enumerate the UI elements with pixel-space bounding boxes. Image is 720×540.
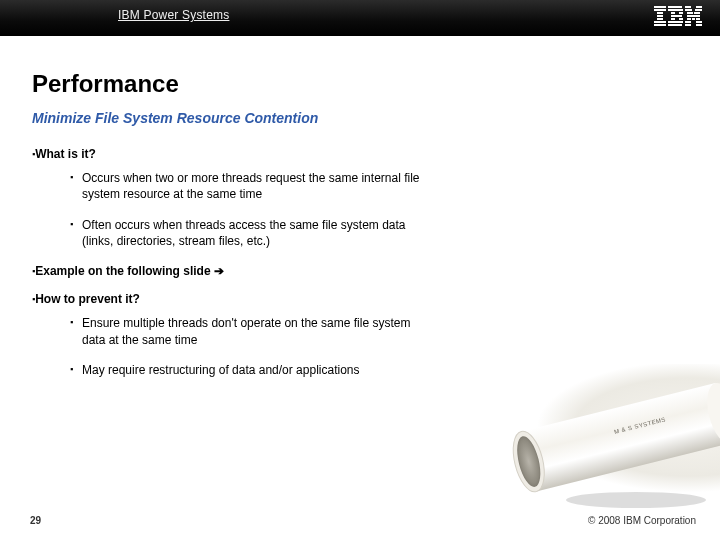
svg-point-35 [566,492,706,508]
list-item: Occurs when two or more threads request … [70,170,430,202]
section-heading-text: Example on the following slide [35,264,214,278]
svg-rect-13 [679,18,683,20]
svg-rect-14 [668,21,683,23]
svg-rect-21 [694,12,700,14]
section-how-to-prevent: How to prevent it? Ensure multiple threa… [32,291,552,378]
section-heading: What is it? [32,146,552,162]
svg-rect-5 [654,21,666,23]
svg-rect-1 [654,9,666,11]
topbar-background [0,0,720,36]
section-what-is-it: What is it? Occurs when two or more thre… [32,146,552,249]
slide-body: What is it? Occurs when two or more thre… [32,146,552,392]
svg-rect-0 [654,6,666,8]
svg-rect-22 [687,15,700,17]
copyright: © 2008 IBM Corporation [588,515,696,526]
page-number: 29 [30,515,41,526]
svg-rect-15 [668,24,682,26]
svg-rect-11 [671,15,682,17]
svg-rect-26 [685,21,691,23]
svg-rect-6 [654,24,666,26]
svg-rect-27 [696,21,702,23]
section-example: Example on the following slide ➔ [32,263,552,279]
brand-label: IBM Power Systems [118,8,229,22]
svg-rect-8 [668,9,683,11]
svg-rect-28 [685,24,691,26]
bullet-list: Ensure multiple threads don't operate on… [70,315,552,378]
svg-rect-29 [696,24,702,26]
pipe-image: M & S SYSTEMS [510,364,720,504]
svg-rect-2 [657,12,663,14]
svg-rect-3 [657,15,663,17]
svg-rect-30 [521,383,720,492]
svg-rect-10 [679,12,683,14]
svg-rect-17 [696,6,702,8]
ibm-logo [654,6,702,26]
slide: IBM Power Systems [0,0,720,540]
bullet-list: Occurs when two or more threads request … [70,170,552,249]
svg-rect-23 [687,18,691,20]
svg-rect-16 [685,6,691,8]
arrow-icon: ➔ [214,264,224,278]
svg-rect-7 [668,6,682,8]
svg-rect-24 [692,18,695,20]
list-item: Often occurs when threads access the sam… [70,217,430,249]
svg-rect-18 [685,9,692,11]
svg-rect-9 [671,12,675,14]
list-item: May require restructuring of data and/or… [70,362,490,378]
list-item: Ensure multiple threads don't operate on… [70,315,430,347]
topbar: IBM Power Systems [0,0,720,36]
section-heading: Example on the following slide ➔ [32,264,224,278]
slide-subtitle: Minimize File System Resource Contention [32,110,318,126]
svg-rect-19 [695,9,702,11]
svg-rect-4 [657,18,663,20]
section-heading: How to prevent it? [32,291,552,307]
svg-rect-25 [696,18,700,20]
svg-rect-20 [687,12,693,14]
svg-rect-12 [671,18,675,20]
slide-title: Performance [32,70,179,98]
